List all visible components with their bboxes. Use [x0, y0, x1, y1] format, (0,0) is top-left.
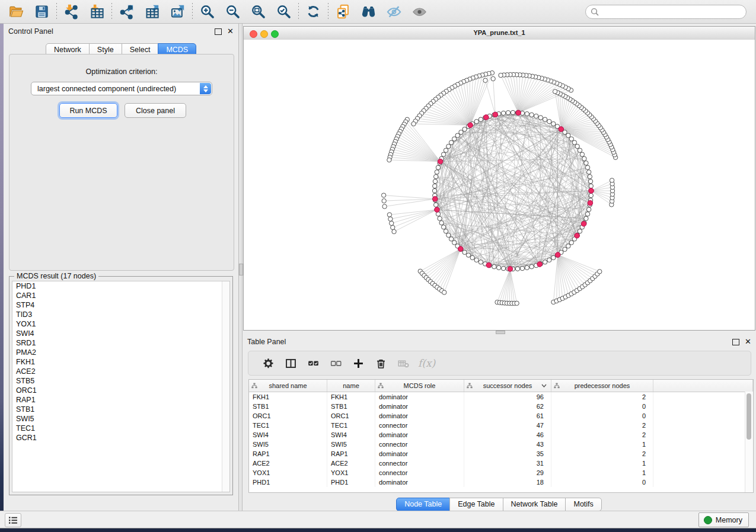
zoom-in-button[interactable] — [194, 2, 220, 22]
cell-shared-name[interactable]: ORC1 — [249, 411, 327, 421]
table-tab-network-table[interactable]: Network Table — [503, 498, 566, 511]
export-image-button[interactable] — [165, 2, 190, 22]
cell-predecessor-nodes[interactable]: 2 — [551, 392, 653, 402]
cell-predecessor-nodes[interactable]: 1 — [551, 468, 653, 477]
cell-name[interactable]: PHD1 — [327, 477, 375, 487]
cell-predecessor-nodes[interactable]: 0 — [551, 402, 653, 411]
float-panel-icon[interactable] — [215, 28, 222, 35]
mcds-result-item[interactable]: SRD1 — [12, 338, 229, 348]
cell-successor-nodes[interactable]: 43 — [464, 440, 551, 449]
cell-name[interactable]: SWI5 — [327, 440, 375, 449]
column-header-MCDS-role[interactable]: MCDS role — [375, 380, 464, 392]
mcds-result-item[interactable]: FKH1 — [12, 357, 229, 367]
mcds-result-item[interactable]: TEC1 — [12, 424, 229, 433]
cell-predecessor-nodes[interactable]: 2 — [551, 421, 653, 430]
add-column-button[interactable] — [347, 353, 369, 373]
cell-name[interactable]: ACE2 — [327, 459, 375, 468]
zoom-selected-button[interactable] — [271, 2, 296, 22]
cell-successor-nodes[interactable]: 96 — [464, 392, 551, 402]
cell-shared-name[interactable]: RAP1 — [249, 449, 327, 459]
cell-MCDS-role[interactable]: dominator — [375, 411, 464, 421]
mcds-result-item[interactable]: SWI5 — [12, 414, 229, 424]
table-row[interactable]: SWI5SWI5connector431 — [249, 440, 753, 449]
cell-shared-name[interactable]: YOX1 — [249, 468, 327, 477]
cell-name[interactable]: SWI4 — [327, 430, 375, 440]
run-mcds-button[interactable]: Run MCDS — [59, 103, 117, 118]
table-row[interactable]: STB1STB1dominator620 — [249, 402, 753, 411]
cell-name[interactable]: ORC1 — [327, 411, 375, 421]
column-header-successor-nodes[interactable]: successor nodes — [464, 380, 551, 392]
import-network-button[interactable] — [59, 2, 84, 22]
cell-MCDS-role[interactable]: connector — [375, 421, 464, 430]
status-menu-button[interactable] — [5, 513, 21, 527]
cell-predecessor-nodes[interactable]: 0 — [551, 411, 653, 421]
table-row[interactable]: ORC1ORC1dominator610 — [249, 411, 753, 421]
cell-MCDS-role[interactable]: connector — [375, 468, 464, 477]
refresh-button[interactable] — [301, 2, 326, 22]
criterion-dropdown[interactable]: largest connected component (undirected) — [31, 82, 212, 95]
cell-MCDS-role[interactable]: dominator — [375, 430, 464, 440]
close-panel-button[interactable]: Close panel — [125, 103, 186, 118]
mcds-result-item[interactable]: CAR1 — [12, 291, 229, 300]
mcds-result-item[interactable]: GCR1 — [12, 433, 229, 443]
network-graph[interactable] — [244, 40, 755, 330]
network-canvas[interactable] — [244, 40, 755, 330]
memory-button[interactable]: Memory — [698, 512, 749, 527]
mcds-result-item[interactable]: PHD1 — [12, 281, 229, 291]
table-row[interactable]: SWI4SWI4dominator462 — [249, 430, 753, 440]
cell-name[interactable]: STB1 — [327, 402, 375, 411]
mcds-result-item[interactable]: ACE2 — [12, 367, 229, 376]
cell-successor-nodes[interactable]: 18 — [464, 477, 551, 487]
float-table-panel-icon[interactable] — [732, 339, 739, 345]
cell-successor-nodes[interactable]: 61 — [464, 411, 551, 421]
cell-predecessor-nodes[interactable]: 2 — [551, 449, 653, 459]
mcds-result-item[interactable]: RAP1 — [12, 395, 229, 405]
close-table-panel-icon[interactable]: ✕ — [745, 339, 751, 345]
split-view-button[interactable] — [279, 353, 302, 373]
cell-successor-nodes[interactable]: 62 — [464, 402, 551, 411]
open-file-button[interactable] — [4, 2, 29, 22]
cell-successor-nodes[interactable]: 47 — [464, 421, 551, 430]
function-builder-button[interactable]: f(x) — [418, 357, 435, 369]
cell-successor-nodes[interactable]: 29 — [464, 468, 551, 477]
vertical-splitter[interactable] — [238, 24, 243, 511]
share-document-button[interactable] — [330, 2, 356, 22]
table-row[interactable]: TEC1TEC1connector472 — [249, 421, 753, 430]
show-eye-button[interactable] — [407, 2, 432, 22]
cell-shared-name[interactable]: STB1 — [249, 402, 327, 411]
table-row[interactable]: YOX1YOX1connector291 — [249, 468, 753, 477]
mcds-result-item[interactable]: ORC1 — [12, 386, 229, 395]
table-row[interactable]: PHD1PHD1dominator180 — [249, 477, 753, 487]
cell-successor-nodes[interactable]: 35 — [464, 449, 551, 459]
deselect-all-checkboxes-button[interactable] — [324, 353, 347, 373]
settings-gear-button[interactable] — [257, 353, 279, 373]
table-scrollbar-thumb[interactable] — [747, 393, 751, 440]
table-row[interactable]: FKH1FKH1dominator962 — [249, 392, 753, 402]
search-input[interactable] — [585, 5, 747, 19]
search-network-button[interactable] — [356, 2, 381, 22]
delete-table-button[interactable] — [392, 353, 414, 373]
column-header-shared-name[interactable]: shared name — [249, 380, 327, 392]
close-panel-icon[interactable]: ✕ — [227, 28, 234, 34]
mcds-result-item[interactable]: STP4 — [12, 300, 229, 310]
zoom-fit-button[interactable] — [245, 2, 271, 22]
import-table-button[interactable] — [84, 2, 110, 22]
export-network-button[interactable] — [114, 2, 139, 22]
table-tab-motifs[interactable]: Motifs — [565, 498, 601, 511]
cell-MCDS-role[interactable]: dominator — [375, 449, 464, 459]
cell-name[interactable]: RAP1 — [327, 449, 375, 459]
cell-shared-name[interactable]: FKH1 — [249, 392, 327, 402]
save-session-button[interactable] — [29, 2, 55, 22]
cell-shared-name[interactable]: PHD1 — [249, 477, 327, 487]
cell-MCDS-role[interactable]: dominator — [375, 402, 464, 411]
mcds-result-item[interactable]: TID3 — [12, 310, 229, 319]
cell-MCDS-role[interactable]: dominator — [375, 392, 464, 402]
cell-MCDS-role[interactable]: connector — [375, 440, 464, 449]
mcds-result-scrollbar[interactable] — [222, 281, 229, 492]
cell-shared-name[interactable]: ACE2 — [249, 459, 327, 468]
table-row[interactable]: ACE2ACE2connector311 — [249, 459, 753, 468]
cell-name[interactable]: TEC1 — [327, 421, 375, 430]
column-header-name[interactable]: name — [327, 380, 375, 392]
delete-column-button[interactable] — [369, 353, 392, 373]
cell-MCDS-role[interactable]: connector — [375, 459, 464, 468]
